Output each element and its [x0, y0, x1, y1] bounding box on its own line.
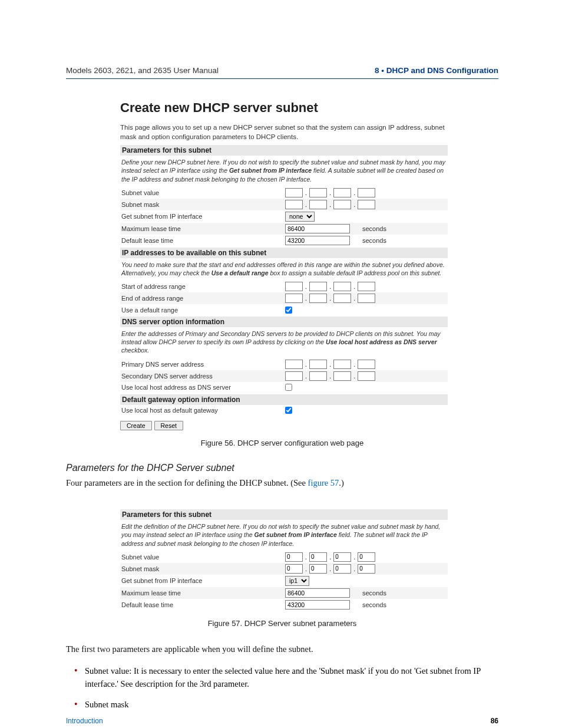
- row-secondary-dns: Secondary DNS server address ...: [120, 370, 448, 382]
- ip-octet[interactable]: [333, 200, 351, 209]
- page-number: 86: [491, 717, 498, 725]
- ip-input-group: ...: [285, 294, 447, 303]
- row-max-lease: Maximum lease time seconds: [120, 587, 448, 599]
- label: Use a default range: [121, 307, 285, 314]
- max-lease-input[interactable]: [285, 224, 350, 233]
- default-lease-input[interactable]: [285, 600, 350, 610]
- label: Get subnet from IP interface: [121, 577, 285, 584]
- desc-bold: Get subnet from IP interface: [254, 531, 337, 538]
- label: Default lease time: [121, 601, 285, 608]
- local-host-dns-checkbox[interactable]: [285, 384, 292, 391]
- ip-octet[interactable]: [285, 371, 303, 381]
- reset-button[interactable]: Reset: [154, 421, 183, 430]
- ip-octet[interactable]: [285, 360, 303, 369]
- ip-octet[interactable]: [309, 294, 327, 303]
- interface-select[interactable]: ip1: [285, 576, 309, 586]
- ip-octet[interactable]: [309, 564, 327, 574]
- ip-input-group: ...: [285, 282, 447, 291]
- max-lease-input[interactable]: [285, 588, 350, 598]
- label: Use local host as default gateway: [121, 407, 285, 414]
- bullet-list: Subnet value: It is necessary to enter t…: [66, 664, 498, 711]
- figure-56-caption: Figure 56. DHCP server configuration web…: [66, 439, 498, 447]
- manual-title: Models 2603, 2621, and 2635 User Manual: [66, 66, 219, 75]
- ip-octet[interactable]: [309, 200, 327, 209]
- ip-input-group: ...: [285, 200, 447, 209]
- ip-octet[interactable]: [333, 371, 351, 381]
- figure-57-screenshot: Parameters for this subnet Edit the defi…: [120, 509, 448, 611]
- label: Use local host address as DNS server: [121, 384, 285, 391]
- section-head-ip-avail: IP addresses to be available on this sub…: [120, 248, 448, 258]
- label: Subnet value: [121, 189, 285, 196]
- ip-octet[interactable]: [358, 552, 375, 562]
- desc-bold: Use local host address as DNS server: [326, 338, 437, 345]
- row-subnet-mask: Subnet mask ...: [120, 199, 448, 210]
- ip-octet[interactable]: [358, 188, 375, 197]
- ip-octet[interactable]: [333, 360, 351, 369]
- ip-input-group: ...: [285, 564, 447, 574]
- ip-octet[interactable]: [358, 360, 375, 369]
- ip-octet[interactable]: [309, 552, 327, 562]
- header-rule: [66, 78, 498, 79]
- page-footer: Introduction 86: [66, 717, 498, 725]
- label: Start of address range: [121, 283, 285, 290]
- ip-octet[interactable]: [285, 188, 303, 197]
- ip-octet[interactable]: [358, 294, 375, 303]
- row-subnet-value: Subnet value ...: [120, 187, 448, 199]
- ip-octet[interactable]: [309, 282, 327, 291]
- section-desc-dns: Enter the addresses of Primary and Secon…: [120, 327, 448, 358]
- section-desc-params: Define your new DHCP subnet here. If you…: [120, 156, 448, 187]
- section-desc-params: Edit the definition of the DHCP subnet h…: [120, 520, 448, 551]
- list-item: Subnet value: It is necessary to enter t…: [77, 664, 498, 691]
- ip-octet[interactable]: [285, 552, 303, 562]
- ip-input-group: ...: [285, 371, 447, 381]
- row-local-host-gateway: Use local host as default gateway: [120, 405, 448, 416]
- ip-octet[interactable]: [285, 200, 303, 209]
- default-lease-input[interactable]: [285, 236, 350, 245]
- section-head-gateway: Default gateway option information: [120, 394, 448, 405]
- ip-octet[interactable]: [285, 282, 303, 291]
- body-paragraph: The first two parameters are applicable …: [66, 643, 498, 656]
- default-range-checkbox[interactable]: [285, 307, 292, 314]
- desc-text: box to assign a suitable default IP addr…: [269, 269, 442, 276]
- ip-octet[interactable]: [333, 552, 351, 562]
- row-use-default-range: Use a default range: [120, 304, 448, 315]
- label: Primary DNS server address: [121, 361, 285, 368]
- row-default-lease: Default lease time seconds: [120, 599, 448, 611]
- section-head-params: Parameters for this subnet: [120, 145, 448, 156]
- ip-octet[interactable]: [333, 188, 351, 197]
- page-header: Models 2603, 2621, and 2635 User Manual …: [66, 66, 498, 75]
- row-subnet-mask: Subnet mask ...: [120, 563, 448, 575]
- ip-octet[interactable]: [333, 564, 351, 574]
- label: Maximum lease time: [121, 589, 285, 597]
- figure-57-link[interactable]: figure 57: [308, 478, 339, 487]
- section-desc-ip-avail: You need to make sure that the start and…: [120, 258, 448, 281]
- figure-57-caption: Figure 57. DHCP Server subnet parameters: [66, 619, 498, 628]
- row-max-lease: Maximum lease time seconds: [120, 223, 448, 235]
- ip-octet[interactable]: [285, 564, 303, 574]
- ip-octet[interactable]: [309, 188, 327, 197]
- ip-octet[interactable]: [309, 360, 327, 369]
- local-host-gateway-checkbox[interactable]: [285, 407, 292, 414]
- ip-octet[interactable]: [358, 564, 375, 574]
- ip-input-group: ...: [285, 360, 447, 369]
- label: Subnet value: [121, 554, 285, 561]
- unit: seconds: [362, 601, 386, 608]
- ip-octet[interactable]: [358, 200, 375, 209]
- create-button[interactable]: Create: [120, 421, 152, 430]
- ip-octet[interactable]: [285, 294, 303, 303]
- row-primary-dns: Primary DNS server address ...: [120, 358, 448, 370]
- text: .): [339, 478, 343, 487]
- row-default-lease: Default lease time seconds: [120, 235, 448, 246]
- unit: seconds: [362, 237, 386, 244]
- desc-text: checkbox.: [121, 347, 149, 354]
- section-head-params: Parameters for this subnet: [120, 509, 448, 520]
- ip-octet[interactable]: [333, 282, 351, 291]
- ip-octet[interactable]: [333, 294, 351, 303]
- label: End of address range: [121, 295, 285, 302]
- ip-octet[interactable]: [309, 371, 327, 381]
- ip-octet[interactable]: [358, 371, 375, 381]
- interface-select[interactable]: none: [285, 212, 315, 222]
- label: Subnet mask: [121, 565, 285, 572]
- ip-octet[interactable]: [358, 282, 375, 291]
- footer-section-link[interactable]: Introduction: [66, 717, 103, 725]
